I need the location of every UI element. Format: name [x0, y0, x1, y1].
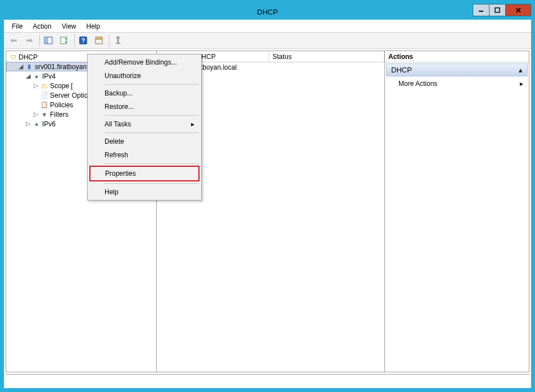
cm-unauthorize[interactable]: Unauthorize — [89, 69, 200, 83]
tree-label: IPv6 — [42, 120, 56, 128]
svg-rect-10 — [96, 38, 102, 39]
toolbar-separator — [38, 34, 40, 47]
server-icon: ▮ — [25, 62, 34, 71]
cm-separator — [105, 163, 199, 164]
svg-text:?: ? — [81, 37, 85, 44]
server-options-icon: 📄 — [40, 91, 49, 100]
toolbar: ⬅ ➡ ? — [4, 32, 531, 49]
cm-separator — [105, 84, 199, 85]
tree-label: Filters — [50, 111, 69, 118]
menu-help[interactable]: Help — [82, 21, 105, 31]
close-button[interactable]: ✕ — [505, 4, 531, 16]
svg-rect-1 — [495, 8, 500, 12]
context-menu: Add/Remove Bindings... Unauthorize Backu… — [87, 54, 202, 200]
cm-label: Unauthorize — [105, 72, 141, 80]
actions-section-header[interactable]: DHCP ▴ — [386, 63, 528, 76]
titlebar: DHCP ✕ — [4, 4, 531, 20]
actions-pane: Actions DHCP ▴ More Actions ▸ — [385, 51, 529, 372]
actions-pane-title: Actions — [385, 51, 529, 62]
column-status[interactable]: Status — [269, 51, 384, 62]
window-title: DHCP — [257, 8, 278, 16]
show-hide-tree-button[interactable] — [41, 34, 56, 47]
submenu-arrow-icon: ▸ — [191, 120, 194, 128]
menu-file[interactable]: File — [7, 21, 27, 31]
tree-label: Policies — [50, 101, 73, 109]
cm-add-remove-bindings[interactable]: Add/Remove Bindings... — [89, 56, 200, 69]
cm-label: Add/Remove Bindings... — [105, 58, 177, 66]
dhcp-icon: 🛡 — [8, 53, 17, 62]
svg-rect-5 — [61, 37, 66, 44]
menu-view[interactable]: View — [57, 21, 81, 31]
cm-help[interactable]: Help — [89, 185, 200, 199]
export-list-button[interactable] — [57, 34, 71, 47]
collapse-icon: ▴ — [519, 66, 523, 74]
cm-delete[interactable]: Delete — [89, 135, 200, 148]
tree-label: IPv4 — [42, 72, 56, 80]
properties-button[interactable] — [92, 34, 106, 47]
svg-rect-13 — [116, 43, 120, 44]
main-body: 🛡 DHCP ◢ ▮ srv001.firatboyan.local ◢ ● I… — [6, 51, 529, 372]
actions-pane-body: DHCP ▴ More Actions ▸ — [385, 62, 529, 372]
cm-separator — [105, 115, 199, 116]
ipv4-icon: ● — [32, 72, 41, 81]
toolbar-separator — [72, 34, 75, 47]
ipv6-icon: ● — [32, 120, 41, 129]
cm-label: Delete — [105, 138, 124, 145]
svg-rect-12 — [117, 38, 119, 43]
cm-backup[interactable]: Backup... — [89, 86, 200, 100]
cm-separator — [105, 133, 199, 133]
cm-label: Backup... — [105, 89, 133, 97]
cm-refresh[interactable]: Refresh — [89, 148, 200, 162]
filter-icon: ▼ — [40, 110, 49, 119]
collapse-icon[interactable]: ◢ — [17, 63, 25, 70]
policies-icon: 📋 — [40, 101, 49, 110]
window-controls: ✕ — [473, 4, 531, 16]
cm-properties-highlight: Properties — [89, 166, 200, 181]
nav-back-button: ⬅ — [6, 34, 21, 47]
cm-restore[interactable]: Restore... — [89, 100, 200, 113]
cm-label: Properties — [105, 170, 136, 177]
cm-properties[interactable]: Properties — [90, 167, 198, 180]
help-button[interactable]: ? — [76, 34, 90, 47]
nav-forward-button: ➡ — [22, 34, 37, 47]
manage-authorized-servers-button[interactable] — [111, 34, 125, 47]
maximize-button[interactable] — [489, 4, 506, 16]
menubar: File Action View Help — [4, 20, 531, 32]
tree-label: Scope [ — [50, 82, 73, 90]
expand-icon[interactable]: ▷ — [32, 111, 40, 118]
cm-all-tasks[interactable]: All Tasks ▸ — [89, 117, 200, 131]
cm-label: Help — [105, 188, 119, 196]
expand-icon[interactable]: ▷ — [24, 120, 32, 127]
menu-action[interactable]: Action — [28, 21, 56, 31]
cm-label: Refresh — [105, 151, 128, 159]
dhcp-mmc-window: DHCP ✕ File Action View Help ⬅ ➡ ? — [3, 3, 532, 389]
expand-icon[interactable]: ▷ — [32, 82, 40, 89]
cm-label: Restore... — [105, 103, 134, 111]
svg-rect-4 — [45, 38, 47, 43]
tree-label: DHCP — [19, 53, 38, 61]
collapse-icon[interactable]: ◢ — [24, 72, 32, 80]
cm-separator — [105, 183, 199, 184]
statusbar — [6, 374, 529, 386]
action-more-actions[interactable]: More Actions ▸ — [385, 78, 529, 90]
toolbar-separator — [107, 34, 110, 47]
submenu-arrow-icon: ▸ — [520, 80, 523, 88]
actions-section-label: DHCP — [391, 66, 412, 74]
minimize-button[interactable] — [473, 4, 489, 16]
folder-icon: 🗀 — [40, 81, 49, 90]
cm-label: All Tasks — [105, 120, 131, 128]
action-label: More Actions — [398, 80, 437, 88]
